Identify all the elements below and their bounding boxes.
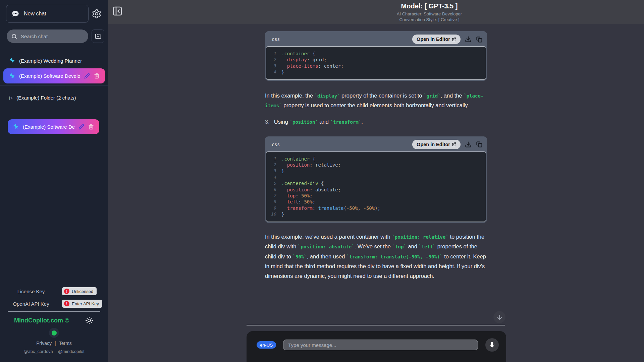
code-line: 5.centered-div { (270, 180, 482, 186)
code-line: 1.container { (270, 156, 482, 162)
inline-code: `place-items` (265, 93, 483, 109)
ai-character-subtitle: AI Character: Software Developer (397, 11, 462, 16)
open-in-editor-button[interactable]: Open in Editor (412, 35, 461, 44)
inline-code: `position: absolute` (298, 244, 355, 249)
inline-code: `top` (392, 244, 407, 249)
inline-code: `display` (315, 93, 340, 99)
copy-icon[interactable] (476, 36, 482, 43)
open-in-editor-button[interactable]: Open in Editor (412, 140, 461, 149)
list-number: 3. (265, 119, 270, 125)
scroll-to-bottom-button[interactable] (493, 311, 505, 323)
alert-icon: ! (64, 289, 69, 294)
main-area: Model: [ GPT-3.5 ] AI Character: Softwar… (108, 0, 644, 362)
pin-icon (9, 73, 15, 79)
model-title: Model: [ GPT-3.5 ] (397, 2, 462, 10)
chat-item-label: (Example) Software Developer (19, 73, 80, 79)
sidebar-item-folder[interactable]: ▷ (Example) Folder (2 chats) (0, 90, 108, 105)
inline-code: `position` (290, 119, 318, 125)
code-line: 2 position: relative; (270, 162, 482, 168)
code-line: 6 position: absolute; (270, 187, 482, 193)
code-language-label: css (272, 37, 280, 42)
message-composer: en-US (247, 331, 506, 362)
privacy-link[interactable]: Privacy (36, 341, 52, 346)
code-content: 1.container {2 display: grid;3 place-ite… (270, 51, 482, 75)
sidebar-item-wedding-planner[interactable]: (Example) Wedding Planner (0, 54, 108, 68)
alert-icon: ! (64, 301, 69, 306)
chat-item-label: (Example) Software De... (23, 124, 75, 130)
edit-pencil-icon[interactable] (84, 73, 90, 79)
edit-pencil-icon[interactable] (78, 124, 84, 130)
code-line: 7 top: 50%; (270, 193, 482, 199)
message-input[interactable] (283, 340, 478, 350)
caret-right-icon: ▷ (9, 95, 13, 100)
inline-code: `50%` (293, 254, 307, 259)
code-line: 3} (270, 168, 482, 174)
collapse-sidebar-icon[interactable] (111, 4, 124, 18)
search-input[interactable] (21, 34, 81, 39)
inline-code: `left` (419, 244, 436, 249)
settings-gear-icon[interactable] (89, 6, 105, 22)
enter-api-key-button[interactable]: ! Enter API Key (62, 300, 102, 308)
sidebar-item-software-developer-2-active[interactable]: (Example) Software De... (8, 119, 99, 134)
code-line: 4} (270, 69, 482, 75)
copy-icon[interactable] (476, 141, 482, 147)
search-icon (11, 33, 17, 40)
chat-transcript: css Open in Editor (265, 31, 487, 281)
download-icon[interactable] (465, 141, 472, 148)
brand-link[interactable]: MindCopilot.com © (14, 317, 69, 324)
api-key-label: OpenAI API Key (0, 301, 62, 307)
sidebar-search-row (0, 29, 108, 43)
sidebar-item-software-developer-active[interactable]: (Example) Software Developer (3, 68, 105, 83)
new-chat-button[interactable]: New chat (6, 5, 89, 23)
code-line: 4 (270, 174, 482, 180)
folder-item-label: (Example) Folder (2 chats) (16, 95, 76, 101)
model-title-block: Model: [ GPT-3.5 ] AI Character: Softwar… (397, 2, 462, 22)
sidebar-top-row: New chat (0, 0, 108, 23)
theme-sun-icon[interactable] (85, 316, 93, 324)
online-dot (52, 330, 57, 336)
code-block: css Open in Editor (265, 136, 487, 223)
link-separator: | (55, 341, 56, 346)
pin-icon (9, 58, 15, 64)
code-line: 10} (270, 211, 482, 217)
sidebar-footer: License Key ! Unlicensed OpenAI API Key … (0, 286, 108, 362)
code-line: 9 transform: translate(-50%, -50%); (270, 205, 482, 211)
conversation-header: Model: [ GPT-3.5 ] AI Character: Softwar… (108, 0, 644, 24)
assistant-paragraph: In this example, we've used a parent con… (265, 232, 487, 281)
code-language-label: css (272, 142, 280, 147)
code-line: 1.container { (270, 51, 482, 57)
license-key-label: License Key (0, 289, 62, 294)
code-line: 3 place-items: center; (270, 63, 482, 69)
trash-icon[interactable] (88, 124, 94, 130)
microphone-icon[interactable] (485, 338, 499, 352)
author-handle-link[interactable]: @abc_cordova (23, 349, 53, 354)
chat-item-label: (Example) Wedding Planner (19, 58, 82, 64)
terms-link[interactable]: Terms (59, 341, 72, 346)
trash-icon[interactable] (94, 73, 100, 79)
license-status-badge[interactable]: ! Unlicensed (62, 287, 97, 295)
external-link-icon (452, 37, 456, 42)
brand-handle-link[interactable]: @mindcopilot (58, 349, 85, 354)
assistant-paragraph: In this example, the `display` property … (265, 91, 487, 111)
download-icon[interactable] (465, 36, 472, 43)
search-chat-field[interactable] (7, 29, 88, 43)
inline-code: `transform: translate(-50%, -50%)` (346, 254, 443, 259)
inline-code: `position: relative` (392, 234, 448, 240)
footer-divider (8, 311, 100, 312)
code-line: 8 left: 50%; (270, 199, 482, 205)
numbered-list-item: 3. Using `position` and `transform`: (265, 119, 487, 125)
status-indicator[interactable] (49, 328, 59, 338)
code-content: 1.container {2 position: relative;3}4 5.… (270, 156, 482, 218)
app-window: New chat (0, 0, 644, 362)
inline-code: `transform` (330, 119, 362, 125)
pin-icon (13, 124, 19, 130)
code-block: css Open in Editor (265, 31, 487, 81)
inline-code: `grid` (424, 93, 441, 99)
new-chat-label: New chat (24, 11, 46, 17)
sidebar: New chat (0, 0, 108, 362)
language-badge[interactable]: en-US (257, 341, 276, 349)
new-folder-button[interactable] (92, 29, 104, 43)
chat-bubble-icon (12, 10, 19, 17)
conversation-style-subtitle: Conversation Style: [ Creative ] (397, 17, 462, 22)
sidebar-chat-list: (Example) Wedding Planner (Example) Soft… (0, 54, 108, 134)
